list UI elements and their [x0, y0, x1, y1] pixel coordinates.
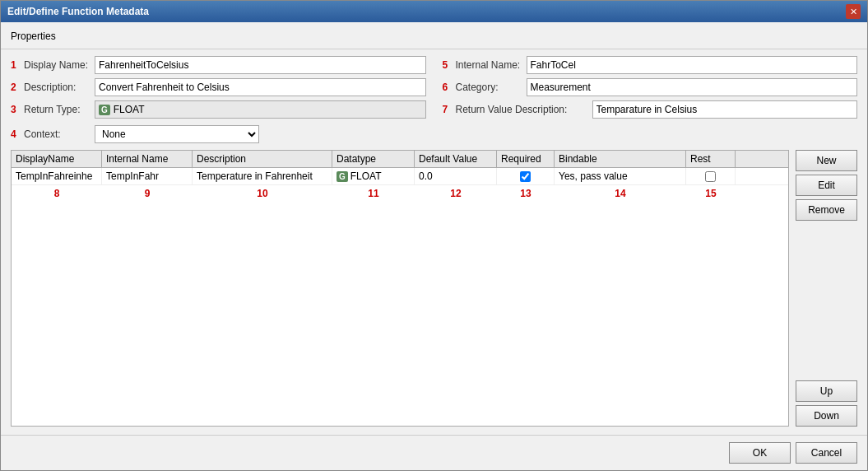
rest-checkbox[interactable] — [705, 171, 716, 182]
display-name-label: Display Name: — [24, 59, 90, 71]
field-num-4: 4 — [11, 128, 19, 140]
button-spacer — [796, 224, 857, 377]
description-label: Description: — [24, 82, 90, 93]
table-row[interactable]: TempInFahreinhe TempInFahr Temperature i… — [12, 168, 788, 185]
table-body: TempInFahreinhe TempInFahr Temperature i… — [12, 168, 788, 426]
field-row-3: 3 Return Type: G FLOAT — [11, 100, 426, 119]
table-container: DisplayName Internal Name Description Da… — [11, 150, 789, 427]
bottom-bar: OK Cancel — [1, 435, 867, 470]
field-row-7: 7 Return Value Description: — [443, 100, 858, 119]
field-num-5: 5 — [443, 59, 451, 71]
context-label: Context: — [24, 128, 90, 140]
properties-grid: 1 Display Name: 2 Description: 3 Return … — [11, 56, 857, 119]
field-row-6: 6 Category: — [443, 78, 858, 96]
button-panel: New Edit Remove Up Down — [796, 150, 857, 427]
field-row-1: 1 Display Name: — [11, 56, 426, 74]
down-button[interactable]: Down — [796, 405, 857, 427]
description-input[interactable] — [95, 78, 426, 96]
field-num-6: 6 — [443, 82, 451, 93]
display-name-input[interactable] — [95, 56, 426, 74]
category-input[interactable] — [527, 78, 858, 96]
edit-button[interactable]: Edit — [796, 175, 857, 196]
field-num-2: 2 — [11, 82, 19, 93]
ok-button[interactable]: OK — [729, 442, 791, 464]
cell-description: Temperature in Fahrenheit — [193, 168, 332, 184]
required-checkbox[interactable] — [520, 171, 531, 182]
field-row-5: 5 Internal Name: — [443, 56, 858, 74]
number-row: 8 9 10 11 12 13 14 15 — [12, 185, 788, 202]
col-header-defaultvalue: Default Value — [415, 151, 497, 167]
divider — [1, 49, 867, 49]
remove-button[interactable]: Remove — [796, 199, 857, 221]
window-title: Edit/Define Function Metadata — [7, 6, 149, 17]
num-15: 15 — [686, 185, 736, 202]
num-9: 9 — [102, 185, 193, 202]
up-button[interactable]: Up — [796, 380, 857, 402]
return-value-desc-label: Return Value Description: — [456, 104, 587, 115]
properties-left: 1 Display Name: 2 Description: 3 Return … — [11, 56, 426, 119]
num-11: 11 — [332, 185, 415, 202]
cell-datatype: G FLOAT — [332, 168, 415, 184]
col-header-displayname: DisplayName — [12, 151, 102, 167]
cancel-button[interactable]: Cancel — [796, 442, 857, 464]
context-select[interactable]: None — [95, 125, 259, 143]
title-bar: Edit/Define Function Metadata ✕ — [1, 1, 867, 22]
datatype-badge: G — [337, 171, 348, 182]
return-type-field: G FLOAT — [95, 100, 426, 119]
return-type-value: FLOAT — [114, 104, 145, 115]
num-8: 8 — [12, 185, 102, 202]
num-14: 14 — [555, 185, 686, 202]
field-num-1: 1 — [11, 59, 19, 71]
table-header: DisplayName Internal Name Description Da… — [12, 151, 788, 168]
col-header-datatype: Datatype — [332, 151, 415, 167]
col-header-description: Description — [193, 151, 332, 167]
field-row-2: 2 Description: — [11, 78, 426, 96]
col-header-bindable: Bindable — [555, 151, 686, 167]
col-header-internalname: Internal Name — [102, 151, 193, 167]
internal-name-label: Internal Name: — [456, 59, 522, 71]
num-10: 10 — [193, 185, 332, 202]
cell-bindable: Yes, pass value — [555, 168, 686, 184]
cell-displayname: TempInFahreinhe — [12, 168, 102, 184]
field-num-3: 3 — [11, 104, 19, 115]
col-header-rest: Rest — [686, 151, 736, 167]
field-num-7: 7 — [443, 104, 451, 115]
main-window: Edit/Define Function Metadata ✕ Properti… — [0, 0, 868, 471]
num-12: 12 — [415, 185, 497, 202]
col-header-required: Required — [497, 151, 555, 167]
return-value-desc-input[interactable] — [592, 100, 858, 119]
datatype-value: FLOAT — [350, 170, 382, 182]
close-button[interactable]: ✕ — [846, 4, 861, 19]
properties-label: Properties — [11, 30, 857, 42]
cell-internalname: TempInFahr — [102, 168, 193, 184]
cell-defaultvalue: 0.0 — [415, 168, 497, 184]
return-type-label: Return Type: — [24, 104, 90, 115]
properties-right: 5 Internal Name: 6 Category: 7 Return Va… — [443, 56, 858, 119]
table-section: DisplayName Internal Name Description Da… — [11, 150, 857, 427]
g-badge: G — [99, 105, 110, 115]
cell-required — [497, 168, 555, 184]
internal-name-input[interactable] — [527, 56, 858, 74]
num-13: 13 — [497, 185, 555, 202]
category-label: Category: — [456, 82, 522, 93]
field-row-4: 4 Context: None — [11, 125, 857, 143]
window-content: Properties 1 Display Name: 2 Description… — [1, 22, 867, 435]
cell-rest — [686, 168, 736, 184]
new-button[interactable]: New — [796, 150, 857, 171]
